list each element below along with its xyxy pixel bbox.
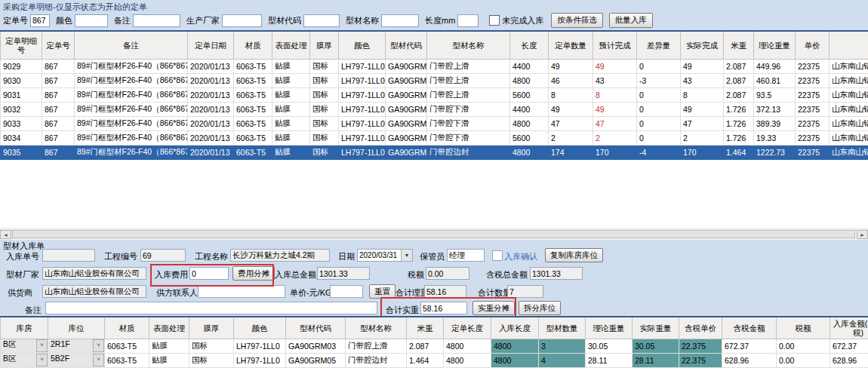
column-header-material[interactable]: 材质 xyxy=(234,32,272,59)
cell-name[interactable]: 门带腔上滑 xyxy=(427,59,510,73)
column-header-supplier[interactable]: 供货商 xyxy=(830,32,868,59)
cell-film[interactable]: 国标 xyxy=(310,73,339,87)
table-row[interactable]: 902986789#门框型材F26-F40（866*867）2020/01/13… xyxy=(1,59,868,73)
cell-actual[interactable]: 49 xyxy=(681,59,724,73)
cell-code[interactable]: GA90GRM03 xyxy=(286,339,346,353)
cell-expected[interactable]: 47 xyxy=(593,116,637,130)
cell-qty[interactable]: 174 xyxy=(549,145,593,159)
cell-film[interactable]: 国标 xyxy=(310,87,339,102)
project-name-input[interactable] xyxy=(230,249,330,262)
cell-mweight[interactable]: 1.464 xyxy=(724,145,754,159)
profile-code-input[interactable] xyxy=(303,14,340,27)
cell-name[interactable]: 门带腔上滑 xyxy=(427,87,510,102)
inbound-total-input[interactable] xyxy=(317,267,370,280)
cell-note[interactable]: 89#门框型材F26-F40（866*867） xyxy=(75,102,188,116)
cell-price[interactable]: 22375 xyxy=(796,102,830,116)
cell-material[interactable]: 6063-T5 xyxy=(234,87,272,102)
column-header-date[interactable]: 定单日期 xyxy=(188,32,234,59)
cell-length[interactable]: 4400 xyxy=(510,102,549,116)
cell-mweight[interactable]: 1.464 xyxy=(407,353,444,367)
column-header-color[interactable]: 颜色 xyxy=(339,32,386,59)
cell-date[interactable]: 2020/01/13 xyxy=(188,145,234,159)
cell-mweight[interactable]: 2.087 xyxy=(407,339,444,353)
cell-price[interactable]: 22375 xyxy=(796,87,830,102)
column-header-price[interactable]: 含税单价 xyxy=(679,317,722,339)
column-header-theory[interactable]: 理论重量 xyxy=(586,317,633,339)
cell-mweight[interactable]: 1.726 xyxy=(724,102,754,116)
cell-color[interactable]: LH797-1LL0 xyxy=(234,339,286,353)
cell-film[interactable]: 国标 xyxy=(310,145,339,159)
cell-name[interactable]: 门带腔边封 xyxy=(427,145,510,159)
cell-mweight[interactable]: 2.087 xyxy=(724,87,754,102)
cell-material[interactable]: 6063-T5 xyxy=(105,339,149,353)
column-header-surface[interactable]: 表面处理 xyxy=(272,32,310,59)
cell-note[interactable]: 89#门框型材F26-F40（866*867） xyxy=(75,116,188,130)
cell-expected[interactable]: 43 xyxy=(593,73,637,87)
cell-color[interactable]: LH797-1LL0 xyxy=(234,353,286,367)
cell-material[interactable]: 6063-T5 xyxy=(234,130,272,145)
column-header-order_no[interactable]: 定单号 xyxy=(42,32,75,59)
cell-id[interactable]: 9029 xyxy=(1,59,42,73)
cell-material[interactable]: 6063-T5 xyxy=(234,102,272,116)
cell-diff[interactable]: -4 xyxy=(637,145,681,159)
cell-length[interactable]: 4400 xyxy=(510,59,549,73)
order-no-input[interactable] xyxy=(30,14,50,27)
cell-date[interactable]: 2020/01/13 xyxy=(188,102,234,116)
cell-order_len[interactable]: 4800 xyxy=(444,353,491,367)
cell-order_no[interactable]: 867 xyxy=(42,102,75,116)
cell-qty[interactable]: 46 xyxy=(549,73,593,87)
cell-code[interactable]: GA90GRM03 xyxy=(386,59,427,73)
cell-theory[interactable]: 389.39 xyxy=(754,116,796,130)
cell-date[interactable]: 2020/01/13 xyxy=(188,87,234,102)
cell-mweight[interactable]: 2.087 xyxy=(724,73,754,87)
cell-amount[interactable]: 628.96 xyxy=(722,353,777,367)
cell-order_no[interactable]: 867 xyxy=(42,116,75,130)
cell-note[interactable]: 89#门框型材F26-F40（866*867） xyxy=(75,59,188,73)
column-header-expected[interactable]: 预计完成 xyxy=(593,32,637,59)
cell-surface[interactable]: 贴膜 xyxy=(272,87,310,102)
column-header-qty[interactable]: 定单数量 xyxy=(549,32,593,59)
cell-film[interactable]: 国标 xyxy=(310,116,339,130)
cell-material[interactable]: 6063-T5 xyxy=(105,353,149,367)
cell-length[interactable]: 5600 xyxy=(510,87,549,102)
cell-code[interactable]: GA90GRM04 xyxy=(386,130,427,145)
remark-input[interactable] xyxy=(45,302,377,314)
cell-qty[interactable]: 49 xyxy=(549,59,593,73)
cell-supplier[interactable]: 山东南山铝业股份有限公司 xyxy=(830,102,868,116)
column-header-actual[interactable]: 实际完成 xyxy=(681,32,724,59)
cell-theory[interactable]: 460.81 xyxy=(754,73,796,87)
manufacturer-input[interactable] xyxy=(222,14,262,27)
cell-theory[interactable]: 30.05 xyxy=(586,339,633,353)
scroll-right-button[interactable]: ► xyxy=(857,230,868,239)
cell-order_no[interactable]: 867 xyxy=(42,73,75,87)
cell-material[interactable]: 6063-T5 xyxy=(234,73,272,87)
cell-actual[interactable]: 2 xyxy=(681,130,724,145)
cell-qty[interactable]: 47 xyxy=(549,116,593,130)
qty-total-input[interactable] xyxy=(507,285,543,298)
cell-supplier[interactable]: 山东南山铝业股份有限公司 xyxy=(830,73,868,87)
cell-theory[interactable]: 93.5 xyxy=(754,87,796,102)
cell-date[interactable]: 2020/01/13 xyxy=(188,116,234,130)
cell-film[interactable]: 国标 xyxy=(310,130,339,145)
dropdown-arrow-icon[interactable]: ˅ xyxy=(93,354,104,366)
column-header-name[interactable]: 型材名称 xyxy=(346,317,407,339)
cell-name[interactable]: 门带腔下滑 xyxy=(427,130,510,145)
cell-surface[interactable]: 贴膜 xyxy=(272,116,310,130)
cell-in_len[interactable]: 4800 xyxy=(491,339,539,353)
column-header-order_len[interactable]: 定单长度 xyxy=(444,317,491,339)
cell-qty[interactable]: 8 xyxy=(549,87,593,102)
cell-note[interactable]: 89#门框型材F26-F40（866*867） xyxy=(75,145,188,159)
horizontal-scrollbar[interactable]: ◄ ► xyxy=(0,228,868,240)
column-header-id[interactable]: 定单明细号 xyxy=(1,32,42,59)
cell-expected[interactable]: 49 xyxy=(593,102,637,116)
cell-id[interactable]: 9032 xyxy=(1,102,42,116)
cell-color[interactable]: LH797-1LL0 xyxy=(339,102,386,116)
cell-diff[interactable]: -3 xyxy=(637,73,681,87)
cell-surface[interactable]: 贴膜 xyxy=(149,339,189,353)
tax-input[interactable] xyxy=(426,267,469,280)
cell-amount[interactable]: 672.37 xyxy=(722,339,777,353)
cell-surface[interactable]: 贴膜 xyxy=(272,59,310,73)
cell-diff[interactable]: 0 xyxy=(637,102,681,116)
cell-supplier[interactable]: 山东南山铝业股份有限公司 xyxy=(830,130,868,145)
cell-supplier[interactable]: 山东南山铝业股份有限公司 xyxy=(830,87,868,102)
